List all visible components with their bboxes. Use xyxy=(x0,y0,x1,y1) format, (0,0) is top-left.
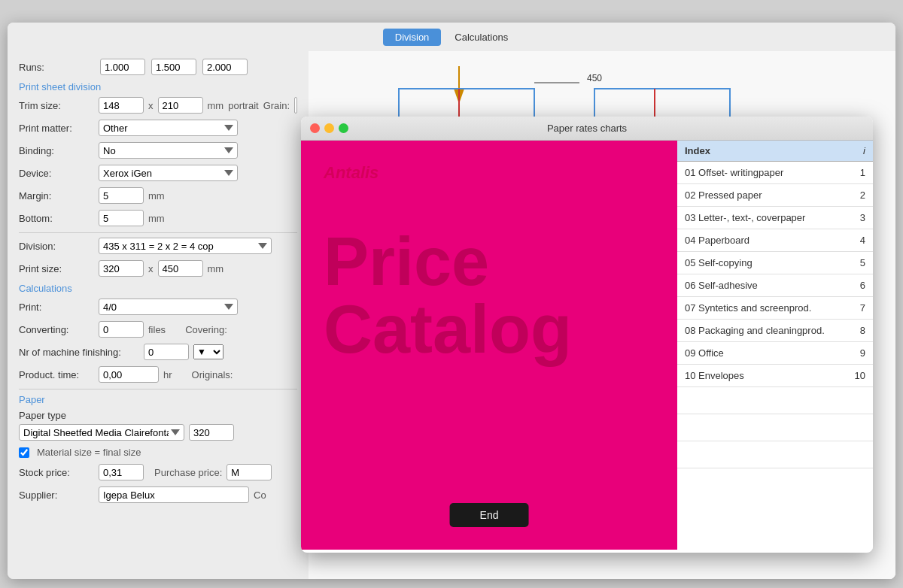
stock-price-row: Stock price: Purchase price: xyxy=(19,464,297,480)
run1-input[interactable] xyxy=(100,59,145,75)
runs-row: Runs: xyxy=(19,59,297,75)
list-item[interactable]: 03 Letter-, text-, coverpaper 3 xyxy=(677,207,873,229)
index-item-num: 5 xyxy=(850,257,865,268)
device-label: Device: xyxy=(19,168,94,179)
material-size-label: Material size = final size xyxy=(37,447,141,458)
index-item-num: 2 xyxy=(850,189,865,201)
index-item-num: 1 xyxy=(850,167,865,178)
print-size-h[interactable] xyxy=(158,260,203,277)
print-label: Print: xyxy=(19,302,94,313)
print-matter-row: Print matter: Other xyxy=(19,120,297,136)
trim-height-input[interactable] xyxy=(158,97,203,114)
list-item[interactable]: 07 Syntetics and screenprod. 7 xyxy=(677,297,873,320)
close-button[interactable] xyxy=(310,123,320,133)
supplier-label: Supplier: xyxy=(19,489,94,501)
bottom-label: Bottom: xyxy=(19,213,94,224)
originals-label: Originals: xyxy=(192,369,233,380)
print-matter-select[interactable]: Other xyxy=(99,120,238,136)
supplier-input[interactable] xyxy=(99,486,249,503)
calculations-link[interactable]: Calculations xyxy=(19,283,297,294)
trim-orient: portrait xyxy=(228,100,258,111)
list-item[interactable]: 01 Offset- writingpaper 1 xyxy=(677,162,873,184)
division-select-container: 435 x 311 = 2 x 2 = 4 cop xyxy=(99,238,272,254)
window-controls xyxy=(310,123,348,133)
paper-type-label: Paper type xyxy=(19,410,297,421)
bottom-mm: mm xyxy=(148,213,165,224)
print-size-label: Print size: xyxy=(19,263,94,274)
trim-mm: mm xyxy=(208,100,224,111)
index-item-label: 09 Office xyxy=(685,347,850,359)
margin-label: Margin: xyxy=(19,190,94,202)
stock-price-label: Stock price: xyxy=(19,467,94,478)
product-time-input[interactable] xyxy=(99,366,159,383)
grain-label: Grain: xyxy=(263,100,290,111)
rates-title: Paper rates charts xyxy=(547,123,627,134)
device-select-container: Xerox iGen xyxy=(99,165,238,181)
converting-files: files xyxy=(148,324,166,335)
index-item-num: 3 xyxy=(850,212,865,223)
trim-x: x xyxy=(148,100,154,111)
paper-type-select[interactable]: Digital Sheetfed Media Clairefontaine DC… xyxy=(19,424,184,441)
index-item-label: 02 Pressed paper xyxy=(685,189,850,201)
division-select[interactable]: 435 x 311 = 2 x 2 = 4 cop xyxy=(99,238,272,254)
print-select[interactable]: 4/0 xyxy=(99,299,238,315)
trim-width-input[interactable] xyxy=(99,97,144,114)
maximize-button[interactable] xyxy=(339,123,348,133)
machine-input[interactable] xyxy=(144,344,189,360)
stock-price-input[interactable] xyxy=(99,464,144,480)
list-item[interactable]: 09 Office 9 xyxy=(677,342,873,365)
tab-calculations[interactable]: Calculations xyxy=(442,29,520,46)
index-header: Index i xyxy=(677,141,873,162)
bottom-input[interactable] xyxy=(99,210,144,226)
list-item[interactable]: 08 Packaging and cleaningprod. 8 xyxy=(677,320,873,342)
device-select[interactable]: Xerox iGen xyxy=(99,165,238,181)
toolbar: Division Calculations xyxy=(8,23,895,53)
print-matter-label: Print matter: xyxy=(19,123,94,134)
rates-titlebar: Paper rates charts xyxy=(301,117,873,141)
supplier-row: Supplier: Co xyxy=(19,486,297,503)
converting-input[interactable] xyxy=(99,321,144,338)
print-sheet-division-link[interactable]: Print sheet division xyxy=(19,81,297,92)
division-row: Division: 435 x 311 = 2 x 2 = 4 cop xyxy=(19,238,297,254)
covering-label: Covering: xyxy=(185,324,227,335)
list-item[interactable]: 02 Pressed paper 2 xyxy=(677,184,873,207)
list-item[interactable]: 06 Self-adhesive 6 xyxy=(677,274,873,297)
list-item-empty xyxy=(677,387,873,414)
cover-page: Antalis Price Catalog End xyxy=(301,141,677,550)
product-time-hr: hr xyxy=(163,369,172,380)
index-item-num: 8 xyxy=(850,325,865,336)
index-item-num: 4 xyxy=(850,235,865,246)
minimize-button[interactable] xyxy=(324,123,334,133)
list-item[interactable]: 10 Envelopes 10 xyxy=(677,365,873,387)
paper-type-size[interactable] xyxy=(189,424,234,441)
index-item-num: 6 xyxy=(850,280,865,291)
list-item[interactable]: 04 Paperboard 4 xyxy=(677,229,873,252)
run3-input[interactable] xyxy=(202,59,248,75)
index-header-i: i xyxy=(863,145,865,156)
index-item-label: 06 Self-adhesive xyxy=(685,280,850,291)
print-size-w[interactable] xyxy=(99,260,144,277)
paper-type-row: Digital Sheetfed Media Clairefontaine DC… xyxy=(19,424,297,441)
binding-select[interactable]: No xyxy=(99,142,238,159)
index-item-label: 07 Syntetics and screenprod. xyxy=(685,302,850,314)
margin-input[interactable] xyxy=(99,187,144,204)
rates-window: Paper rates charts Antalis Price Catalog… xyxy=(301,117,873,553)
list-item[interactable]: 05 Self-copying 5 xyxy=(677,252,873,274)
purchase-price-input[interactable] xyxy=(227,464,272,480)
product-time-label: Product. time: xyxy=(19,369,94,380)
index-item-label: 01 Offset- writingpaper xyxy=(685,167,850,178)
tab-division[interactable]: Division xyxy=(383,29,442,46)
machine-dropdown[interactable]: ▼ xyxy=(193,344,223,359)
index-item-label: 03 Letter-, text-, coverpaper xyxy=(685,212,850,223)
machine-label: Nr of machine finishing: xyxy=(19,347,139,358)
index-header-label: Index xyxy=(685,145,710,156)
cover-company: Antalis xyxy=(324,163,655,183)
end-button[interactable]: End xyxy=(450,503,529,527)
converting-row: Converting: files Covering: xyxy=(19,321,297,338)
margin-row: Margin: mm xyxy=(19,187,297,204)
material-size-checkbox[interactable] xyxy=(19,447,29,458)
run2-input[interactable] xyxy=(151,59,196,75)
print-size-row: Print size: x mm xyxy=(19,260,297,277)
paper-link[interactable]: Paper xyxy=(19,394,297,405)
index-item-label: 08 Packaging and cleaningprod. xyxy=(685,325,850,336)
